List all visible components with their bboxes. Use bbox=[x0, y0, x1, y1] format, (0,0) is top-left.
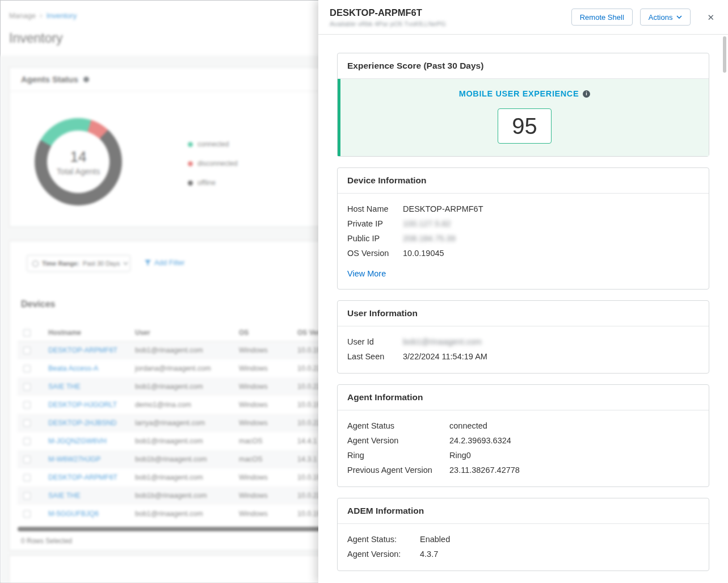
info-row: Agent Status connected bbox=[347, 418, 699, 433]
vertical-scrollbar-thumb[interactable] bbox=[723, 36, 726, 73]
info-value: DESKTOP-ARPMF6T bbox=[403, 202, 483, 216]
info-label: Host Name bbox=[347, 202, 403, 216]
info-row: OS Version 10.0.19045 bbox=[347, 246, 699, 261]
info-row: Public IP 208.184.75.39 bbox=[347, 231, 699, 246]
chevron-down-icon bbox=[676, 15, 682, 19]
experience-score-title: Experience Score (Past 30 Days) bbox=[338, 53, 709, 79]
close-icon[interactable]: ✕ bbox=[702, 11, 719, 24]
info-label: OS Version bbox=[347, 246, 403, 261]
info-label: Private IP bbox=[347, 216, 403, 231]
device-information-title: Device Information bbox=[338, 168, 709, 194]
info-label: Agent Status: bbox=[347, 532, 420, 547]
user-information-body: User Id bob1@rinaagent.com Last Seen 3/2… bbox=[338, 326, 709, 373]
info-label: Agent Version bbox=[347, 433, 449, 448]
info-value: 3/22/2024 11:54:19 AM bbox=[403, 349, 487, 364]
info-icon[interactable] bbox=[583, 90, 590, 98]
drawer-header: DESKTOP-ARPMF6T Available vRbk 4Par pO5 … bbox=[318, 0, 728, 35]
info-value: 23.11.38267.42778 bbox=[449, 463, 520, 477]
experience-score-card: Experience Score (Past 30 Days) MOBILE U… bbox=[337, 53, 709, 157]
info-row: Previous Agent Version 23.11.38267.42778 bbox=[347, 463, 699, 477]
device-detail-drawer: DESKTOP-ARPMF6T Available vRbk 4Par pO5 … bbox=[318, 0, 728, 583]
agent-information-card: Agent Information Agent Status connected… bbox=[337, 384, 709, 487]
info-row: Agent Version: 4.3.7 bbox=[347, 547, 699, 561]
info-value: 10.0.19045 bbox=[403, 246, 444, 261]
adem-information-title: ADEM Information bbox=[338, 498, 709, 524]
user-information-title: User Information bbox=[338, 301, 709, 326]
info-label: Ring bbox=[347, 448, 449, 463]
info-row: Ring Ring0 bbox=[347, 448, 699, 463]
info-label: Agent Version: bbox=[347, 547, 420, 561]
info-label: Public IP bbox=[347, 231, 403, 246]
info-row: Private IP 100.127.5.82 bbox=[347, 216, 699, 231]
info-row: Agent Version 24.2.39693.6324 bbox=[347, 433, 699, 448]
info-value: Enabled bbox=[420, 532, 450, 547]
info-value: Ring0 bbox=[449, 448, 471, 463]
drawer-title: DESKTOP-ARPMF6T bbox=[330, 7, 571, 18]
experience-score-value: 95 bbox=[498, 108, 552, 144]
agent-information-title: Agent Information bbox=[338, 385, 709, 410]
info-row: Agent Status: Enabled bbox=[347, 532, 699, 547]
info-value: bob1@rinaagent.com bbox=[403, 334, 482, 349]
info-label: Previous Agent Version bbox=[347, 463, 449, 477]
info-label: Agent Status bbox=[347, 418, 449, 433]
device-information-card: Device Information Host Name DESKTOP-ARP… bbox=[337, 167, 709, 290]
info-value: 100.127.5.82 bbox=[403, 216, 451, 231]
info-value: 4.3.7 bbox=[420, 547, 438, 561]
info-row: User Id bob1@rinaagent.com bbox=[347, 334, 699, 349]
info-label: Last Seen bbox=[347, 349, 403, 364]
info-row: Last Seen 3/22/2024 11:54:19 AM bbox=[347, 349, 699, 364]
info-row: Host Name DESKTOP-ARPMF6T bbox=[347, 202, 699, 216]
adem-information-body: Agent Status: Enabled Agent Version: 4.3… bbox=[338, 524, 709, 571]
screen: Manage › Inventory Inventory Agents Stat… bbox=[0, 0, 728, 583]
agent-information-body: Agent Status connected Agent Version 24.… bbox=[338, 410, 709, 486]
info-label: User Id bbox=[347, 334, 403, 349]
device-information-body: Host Name DESKTOP-ARPMF6T Private IP 100… bbox=[338, 194, 709, 270]
info-value: 24.2.39693.6324 bbox=[449, 433, 511, 448]
experience-score-body: MOBILE USER EXPERIENCE 95 bbox=[338, 79, 709, 156]
mobile-user-experience-label: MOBILE USER EXPERIENCE bbox=[459, 89, 579, 98]
adem-information-card: ADEM Information Agent Status: Enabled A… bbox=[337, 498, 709, 571]
info-value: 208.184.75.39 bbox=[403, 231, 456, 246]
drawer-body: Experience Score (Past 30 Days) MOBILE U… bbox=[318, 35, 728, 583]
remote-shell-button[interactable]: Remote Shell bbox=[571, 9, 633, 26]
user-information-card: User Information User Id bob1@rinaagent.… bbox=[337, 300, 709, 374]
actions-dropdown-button[interactable]: Actions bbox=[640, 9, 691, 26]
view-more-link[interactable]: View More bbox=[347, 266, 386, 281]
drawer-subtitle: Available vRbk 4Par pO5 TvsKfLLNePG bbox=[330, 20, 571, 27]
info-value: connected bbox=[449, 418, 487, 433]
